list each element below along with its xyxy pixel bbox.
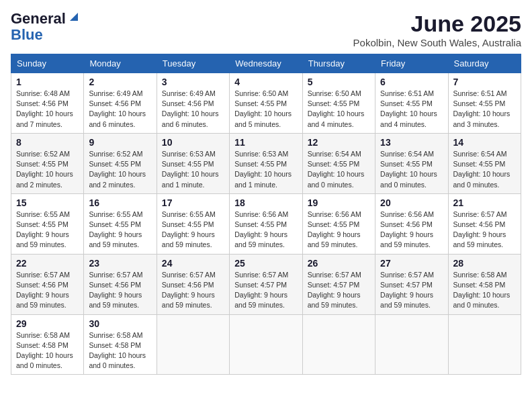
table-row: [157, 314, 229, 375]
table-row: 26 Sunrise: 6:57 AMSunset: 4:57 PMDaylig…: [302, 254, 375, 314]
day-info: Sunrise: 6:57 AMSunset: 4:56 PMDaylight:…: [16, 271, 70, 310]
day-info: Sunrise: 6:55 AMSunset: 4:55 PMDaylight:…: [16, 210, 70, 249]
table-row: 28 Sunrise: 6:58 AMSunset: 4:58 PMDaylig…: [448, 254, 521, 314]
day-info: Sunrise: 6:56 AMSunset: 4:55 PMDaylight:…: [234, 210, 288, 249]
logo-triangle-icon: [68, 10, 80, 22]
table-row: 21 Sunrise: 6:57 AMSunset: 4:56 PMDaylig…: [448, 193, 521, 254]
table-row: [302, 314, 375, 375]
month-title: June 2025: [353, 11, 521, 37]
logo: General Blue: [11, 11, 80, 43]
day-info: Sunrise: 6:57 AMSunset: 4:56 PMDaylight:…: [162, 271, 216, 310]
day-info: Sunrise: 6:57 AMSunset: 4:57 PMDaylight:…: [308, 271, 361, 310]
header-sunday: Sunday: [11, 54, 84, 73]
table-row: 10 Sunrise: 6:53 AMSunset: 4:55 PMDaylig…: [157, 133, 229, 193]
day-info: Sunrise: 6:52 AMSunset: 4:55 PMDaylight:…: [89, 150, 146, 189]
table-row: 24 Sunrise: 6:57 AMSunset: 4:56 PMDaylig…: [157, 254, 229, 314]
day-number: 3: [162, 77, 224, 87]
calendar-week-row: 8 Sunrise: 6:52 AMSunset: 4:55 PMDayligh…: [11, 133, 521, 193]
table-row: 29 Sunrise: 6:58 AMSunset: 4:58 PMDaylig…: [11, 314, 84, 375]
day-number: 5: [308, 77, 370, 87]
day-info: Sunrise: 6:58 AMSunset: 4:58 PMDaylight:…: [89, 331, 146, 370]
day-number: 14: [453, 137, 516, 148]
table-row: 3 Sunrise: 6:49 AMSunset: 4:56 PMDayligh…: [157, 73, 229, 134]
day-number: 8: [16, 137, 79, 148]
day-number: 18: [234, 197, 297, 208]
table-row: 9 Sunrise: 6:52 AMSunset: 4:55 PMDayligh…: [84, 133, 157, 193]
day-number: 13: [380, 137, 443, 148]
day-number: 6: [380, 77, 443, 87]
day-info: Sunrise: 6:51 AMSunset: 4:55 PMDaylight:…: [453, 89, 511, 128]
day-number: 9: [89, 137, 151, 148]
table-row: 6 Sunrise: 6:51 AMSunset: 4:55 PMDayligh…: [375, 73, 448, 134]
location-title: Pokolbin, New South Wales, Australia: [353, 37, 521, 48]
day-info: Sunrise: 6:56 AMSunset: 4:56 PMDaylight:…: [380, 210, 434, 249]
day-number: 23: [89, 258, 151, 269]
table-row: 12 Sunrise: 6:54 AMSunset: 4:55 PMDaylig…: [302, 133, 375, 193]
table-row: [448, 314, 521, 375]
table-row: 1 Sunrise: 6:48 AMSunset: 4:56 PMDayligh…: [11, 73, 84, 134]
day-number: 7: [453, 77, 516, 87]
table-row: 14 Sunrise: 6:54 AMSunset: 4:55 PMDaylig…: [448, 133, 521, 193]
day-number: 28: [453, 258, 516, 269]
day-info: Sunrise: 6:53 AMSunset: 4:55 PMDaylight:…: [162, 150, 219, 189]
header-tuesday: Tuesday: [157, 54, 229, 73]
day-number: 24: [162, 258, 224, 269]
table-row: [230, 314, 302, 375]
table-row: 11 Sunrise: 6:53 AMSunset: 4:55 PMDaylig…: [230, 133, 302, 193]
day-number: 27: [380, 258, 443, 269]
table-row: 16 Sunrise: 6:55 AMSunset: 4:55 PMDaylig…: [84, 193, 157, 254]
day-number: 4: [234, 77, 297, 87]
table-row: 8 Sunrise: 6:52 AMSunset: 4:55 PMDayligh…: [11, 133, 84, 193]
day-info: Sunrise: 6:57 AMSunset: 4:57 PMDaylight:…: [234, 271, 288, 310]
day-info: Sunrise: 6:50 AMSunset: 4:55 PMDaylight:…: [234, 89, 292, 128]
day-info: Sunrise: 6:57 AMSunset: 4:57 PMDaylight:…: [380, 271, 434, 310]
table-row: 4 Sunrise: 6:50 AMSunset: 4:55 PMDayligh…: [230, 73, 302, 134]
day-number: 21: [453, 197, 516, 208]
day-info: Sunrise: 6:54 AMSunset: 4:55 PMDaylight:…: [308, 150, 365, 189]
header-thursday: Thursday: [302, 54, 375, 73]
table-row: 30 Sunrise: 6:58 AMSunset: 4:58 PMDaylig…: [84, 314, 157, 375]
header-monday: Monday: [84, 54, 157, 73]
table-row: 19 Sunrise: 6:56 AMSunset: 4:55 PMDaylig…: [302, 193, 375, 254]
header: General Blue June 2025 Pokolbin, New Sou…: [11, 11, 521, 48]
table-row: 25 Sunrise: 6:57 AMSunset: 4:57 PMDaylig…: [230, 254, 302, 314]
day-info: Sunrise: 6:49 AMSunset: 4:56 PMDaylight:…: [89, 89, 146, 128]
header-saturday: Saturday: [448, 54, 521, 73]
table-row: 2 Sunrise: 6:49 AMSunset: 4:56 PMDayligh…: [84, 73, 157, 134]
logo-general-text: General: [11, 11, 66, 27]
calendar-table: Sunday Monday Tuesday Wednesday Thursday…: [11, 54, 521, 375]
table-row: 20 Sunrise: 6:56 AMSunset: 4:56 PMDaylig…: [375, 193, 448, 254]
day-number: 17: [162, 197, 224, 208]
day-number: 25: [234, 258, 297, 269]
day-number: 30: [89, 318, 151, 329]
table-row: 13 Sunrise: 6:54 AMSunset: 4:55 PMDaylig…: [375, 133, 448, 193]
day-info: Sunrise: 6:50 AMSunset: 4:55 PMDaylight:…: [308, 89, 365, 128]
day-number: 11: [234, 137, 297, 148]
day-number: 10: [162, 137, 224, 148]
day-number: 16: [89, 197, 151, 208]
day-number: 15: [16, 197, 79, 208]
table-row: 5 Sunrise: 6:50 AMSunset: 4:55 PMDayligh…: [302, 73, 375, 134]
calendar-week-row: 22 Sunrise: 6:57 AMSunset: 4:56 PMDaylig…: [11, 254, 521, 314]
header-wednesday: Wednesday: [230, 54, 302, 73]
day-info: Sunrise: 6:55 AMSunset: 4:55 PMDaylight:…: [89, 210, 142, 249]
day-info: Sunrise: 6:54 AMSunset: 4:55 PMDaylight:…: [453, 150, 511, 189]
title-area: June 2025 Pokolbin, New South Wales, Aus…: [353, 11, 521, 48]
day-number: 12: [308, 137, 370, 148]
day-number: 20: [380, 197, 443, 208]
table-row: 22 Sunrise: 6:57 AMSunset: 4:56 PMDaylig…: [11, 254, 84, 314]
day-info: Sunrise: 6:58 AMSunset: 4:58 PMDaylight:…: [16, 331, 73, 370]
day-number: 1: [16, 77, 79, 87]
calendar-header-row: Sunday Monday Tuesday Wednesday Thursday…: [11, 54, 521, 73]
table-row: 18 Sunrise: 6:56 AMSunset: 4:55 PMDaylig…: [230, 193, 302, 254]
day-info: Sunrise: 6:56 AMSunset: 4:55 PMDaylight:…: [308, 210, 361, 249]
day-info: Sunrise: 6:51 AMSunset: 4:55 PMDaylight:…: [380, 89, 437, 128]
day-info: Sunrise: 6:57 AMSunset: 4:56 PMDaylight:…: [89, 271, 142, 310]
day-number: 22: [16, 258, 79, 269]
table-row: 27 Sunrise: 6:57 AMSunset: 4:57 PMDaylig…: [375, 254, 448, 314]
table-row: 15 Sunrise: 6:55 AMSunset: 4:55 PMDaylig…: [11, 193, 84, 254]
day-info: Sunrise: 6:58 AMSunset: 4:58 PMDaylight:…: [453, 271, 511, 310]
header-friday: Friday: [375, 54, 448, 73]
table-row: 17 Sunrise: 6:55 AMSunset: 4:55 PMDaylig…: [157, 193, 229, 254]
calendar-week-row: 15 Sunrise: 6:55 AMSunset: 4:55 PMDaylig…: [11, 193, 521, 254]
